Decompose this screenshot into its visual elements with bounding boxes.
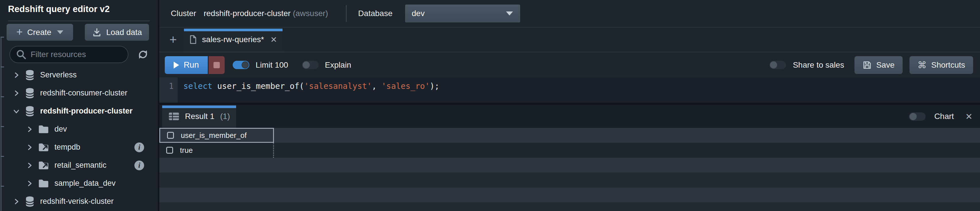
sidebar-item-redshift-verisk-cluster[interactable]: redshift-verisk-cluster — [0, 192, 158, 210]
sidebar-item-label: retail_semantic — [54, 161, 107, 170]
explain-toggle[interactable] — [302, 61, 319, 69]
cluster-name: redshift-producer-cluster (awsuser) — [204, 9, 328, 18]
sql-call: user_is_member_of( — [212, 82, 304, 91]
empty-grid-stripe — [159, 202, 980, 211]
results-right-controls: Chart ✕ — [909, 105, 980, 128]
table-cell: true — [159, 143, 274, 158]
plus-icon: + — [16, 26, 23, 37]
toolbar-right-group: Share to sales Save ⌘ Shortcuts — [769, 56, 973, 74]
run-button-label: Run — [184, 60, 199, 70]
save-button[interactable]: Save — [854, 56, 903, 74]
close-results-icon[interactable]: ✕ — [966, 112, 972, 121]
chevron-right-icon[interactable] — [25, 144, 34, 151]
run-button-group: Run — [165, 56, 225, 74]
save-icon — [862, 61, 872, 70]
create-button[interactable]: + Create — [6, 24, 73, 41]
chevron-right-icon[interactable] — [25, 126, 34, 133]
share-toggle[interactable] — [769, 61, 786, 69]
app-title: Redshift query editor v2 — [8, 4, 110, 14]
sql-separator: , — [372, 82, 382, 91]
table-icon — [169, 112, 180, 121]
column-header-label: user_is_member_of — [181, 131, 247, 140]
editor-results-splitter[interactable] — [159, 102, 980, 105]
refresh-icon[interactable] — [137, 48, 149, 61]
chevron-down-icon — [506, 11, 513, 16]
connection-header: Cluster redshift-producer-cluster (awsus… — [159, 0, 980, 27]
tab-label: sales-rw-queries* — [202, 35, 264, 44]
sidebar-item-label: redshift-verisk-cluster — [40, 197, 114, 206]
chevron-right-icon[interactable] — [12, 90, 21, 97]
resources-sidebar: Redshift query editor v2 + Create Load d… — [0, 0, 158, 211]
toggle-knob — [242, 61, 249, 69]
line-number: 1 — [159, 80, 173, 92]
cluster-user: (awsuser) — [291, 9, 328, 18]
sidebar-item-sample-data-dev[interactable]: sample_data_dev — [0, 174, 158, 192]
chevron-right-icon[interactable] — [25, 162, 34, 169]
sidebar-item-tempdb[interactable]: tempdb i — [0, 138, 158, 156]
sidebar-item-redshift-consumer-cluster[interactable]: redshift-consumer-cluster — [0, 84, 158, 102]
filter-resources-search[interactable] — [10, 46, 128, 63]
load-data-button[interactable]: Load data — [85, 24, 149, 41]
search-input[interactable] — [31, 50, 122, 59]
sidebar-item-label: sample_data_dev — [54, 179, 116, 188]
explain-label: Explain — [325, 61, 351, 70]
limit-toggle[interactable] — [233, 61, 249, 69]
create-button-label: Create — [27, 28, 51, 37]
main-panel: Cluster redshift-producer-cluster (awsus… — [159, 0, 980, 211]
query-toolbar: Run Limit 100 Explain Share to sales Sav… — [159, 53, 980, 77]
info-icon[interactable]: i — [134, 161, 144, 170]
download-icon — [92, 27, 102, 37]
search-icon — [16, 49, 27, 60]
sidebar-item-serverless[interactable]: Serverless — [0, 66, 158, 84]
shortcuts-button[interactable]: ⌘ Shortcuts — [910, 56, 973, 74]
chevron-down-icon[interactable] — [12, 107, 21, 115]
editor-gutter: 1 — [159, 77, 178, 102]
row-checkbox[interactable] — [166, 147, 173, 153]
select-all-checkbox[interactable] — [167, 132, 174, 139]
sidebar-item-label: tempdb — [54, 143, 80, 152]
table-row[interactable]: true — [159, 143, 980, 158]
empty-grid-stripe — [159, 173, 980, 187]
sidebar-item-dev[interactable]: dev — [0, 120, 158, 138]
sidebar-item-label: dev — [54, 125, 67, 134]
sidebar-title-divider — [8, 21, 150, 21]
folder-icon — [38, 125, 49, 134]
stop-button[interactable] — [208, 56, 225, 74]
stop-icon — [213, 62, 220, 68]
cluster-label: Cluster — [171, 9, 196, 18]
database-select[interactable]: dev — [405, 5, 520, 22]
sidebar-item-retail-semantic[interactable]: retail_semantic i — [0, 156, 158, 174]
database-select-value: dev — [412, 9, 425, 18]
chart-toggle[interactable] — [909, 112, 926, 121]
database-icon — [25, 88, 34, 99]
sidebar-item-label: redshift-producer-cluster — [40, 107, 133, 115]
editor-code-area[interactable]: select user_is_member_of('salesanalyst',… — [178, 77, 980, 102]
cell-value: true — [180, 146, 193, 155]
sidebar-item-label: Serverless — [40, 70, 77, 80]
column-header-user-is-member-of[interactable]: user_is_member_of — [159, 128, 274, 143]
info-icon[interactable]: i — [134, 142, 144, 152]
resources-tree: Serverless redshift-consumer-cluster red… — [0, 66, 158, 210]
chart-label: Chart — [934, 112, 954, 121]
toggle-knob — [302, 61, 310, 69]
result-tab-count: (1) — [220, 112, 230, 121]
document-icon — [189, 35, 197, 44]
sidebar-item-redshift-producer-cluster[interactable]: redshift-producer-cluster — [0, 102, 158, 120]
tab-sales-rw-queries[interactable]: sales-rw-queries* ✕ — [184, 27, 283, 51]
folder-icon — [38, 179, 49, 188]
chevron-right-icon[interactable] — [25, 180, 34, 187]
sql-keyword: select — [183, 82, 212, 91]
chevron-right-icon[interactable] — [12, 71, 21, 79]
play-icon — [173, 62, 179, 69]
result-tab[interactable]: Result 1 (1) — [162, 105, 236, 128]
toggle-knob — [910, 113, 917, 120]
empty-grid-stripe — [159, 158, 980, 173]
new-tab-button[interactable]: + — [164, 27, 182, 51]
result-tab-label: Result 1 — [185, 112, 215, 121]
database-icon — [25, 70, 34, 81]
editor-tab-bar: + sales-rw-queries* ✕ — [159, 27, 980, 53]
close-icon[interactable]: ✕ — [270, 35, 277, 45]
run-button[interactable]: Run — [165, 56, 208, 74]
chevron-right-icon[interactable] — [12, 198, 21, 205]
shared-database-icon — [38, 143, 49, 152]
